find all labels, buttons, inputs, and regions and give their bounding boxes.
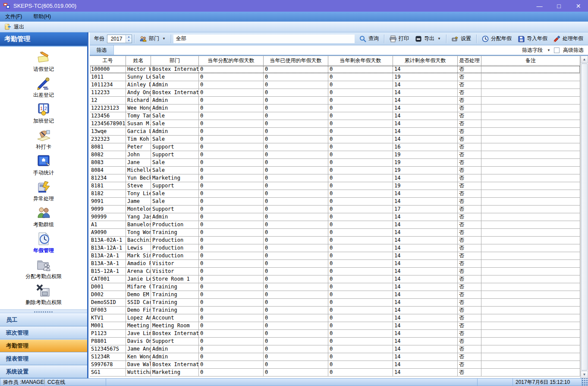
assign-leave-button[interactable]: 分配年假 — [479, 34, 515, 44]
table-row[interactable]: 123456789012Susan M. HeSale00014否 — [90, 120, 580, 128]
table-row[interactable]: M001Meeting RooMeeting Room00014否 — [90, 322, 580, 330]
table-row[interactable]: S1234RKen WongAdmin00014否 — [90, 353, 580, 361]
table-row[interactable]: D001Mifare CardTraining00014否 — [90, 283, 580, 291]
sidebar-item-label: 请假登记 — [33, 66, 54, 73]
spin-down-icon[interactable]: ▼ — [126, 39, 132, 43]
table-row[interactable]: P8801Davis OngSupport00014否 — [90, 338, 580, 345]
sidebar-item-leave-register[interactable]: 请假登记 — [33, 50, 54, 73]
column-header[interactable]: 当年分配的年假天数 — [199, 56, 264, 66]
table-row[interactable]: D002Demo EM CaTraining00014否 — [90, 291, 580, 299]
column-header[interactable]: 当年已使用的年假天数 — [264, 56, 328, 66]
table-row[interactable]: S1234567SJame AngAdmin00014否 — [90, 345, 580, 353]
scrollbar-thumb[interactable] — [581, 63, 588, 370]
table-row[interactable]: 1011Sunny LeeSale00019否 — [90, 73, 580, 81]
department-button[interactable]: 部门 ▼ — [137, 34, 169, 44]
minimize-button[interactable]: — — [530, 0, 549, 12]
process-leave-button[interactable]: 处理年假 — [550, 34, 586, 44]
column-header[interactable]: 部门 — [151, 56, 199, 66]
column-header[interactable]: 当年剩余年假天数 — [328, 56, 393, 66]
table-row[interactable]: 8182Tony Liew TSale00014否 — [90, 190, 580, 198]
menu-help[interactable]: 帮助(H) — [31, 12, 53, 21]
table-cell: John — [126, 151, 151, 159]
advanced-filter-label[interactable]: 高级筛选 — [563, 47, 584, 54]
table-row[interactable]: B13A-02A-1Bacchini MaProduction00014否 — [90, 237, 580, 244]
table-row[interactable]: 8083JaneSale00019否 — [90, 159, 580, 167]
menu-file[interactable]: 文件(F) — [3, 12, 24, 21]
nav-shift-management[interactable]: 班次管理 — [0, 326, 87, 339]
sidebar-item-punch-correction[interactable]: 补打卡 — [36, 128, 51, 151]
table-cell: 0 — [328, 128, 393, 136]
table-row[interactable]: DF003Demo FingerTraining00014否 — [90, 307, 580, 314]
table-row[interactable]: 12Richard LimAdmin00014否 — [90, 97, 580, 104]
column-header[interactable]: 姓名 — [126, 56, 151, 66]
table-row[interactable]: 1011234Ainley DaviAdmin00014否 — [90, 81, 580, 89]
table-row[interactable]: KTV1Lopez AngAccount00014否 — [90, 314, 580, 322]
sidebar-item-annual-leave[interactable]: 年假管理 — [33, 231, 54, 254]
maximize-button[interactable]: □ — [549, 0, 569, 12]
table-row[interactable]: 81234Yun BeckerMarketing00014否 — [90, 174, 580, 182]
year-spinner[interactable]: 2017 ▲▼ — [107, 35, 132, 43]
table-row[interactable]: CAT001Janie LeongStore Room 100014否 — [90, 275, 580, 283]
table-row[interactable]: 9091JameSale00014否 — [90, 198, 580, 206]
table-row[interactable]: 232323Tim KohSale00014否 — [90, 136, 580, 143]
column-header[interactable]: 备注 — [481, 56, 580, 66]
table-row[interactable]: 8181SteveSupport00019否 — [90, 182, 580, 190]
department-value-field[interactable]: 全部 — [173, 35, 355, 43]
table-row[interactable]: B15-12A-1Arena CarolVisitor00014否 — [90, 268, 580, 275]
table-row[interactable]: S997678Dave WalkeBostex International000… — [90, 361, 580, 369]
export-button[interactable]: 导出 ▼ — [412, 34, 444, 44]
table-row[interactable]: DemoSSIDSSID Card1Training00014否 — [90, 299, 580, 307]
scroll-down-icon[interactable]: ▼ — [581, 371, 588, 378]
table-row[interactable]: 8082JohnSupport00019否 — [90, 151, 580, 159]
sidebar-splitter[interactable] — [0, 310, 87, 313]
import-leave-button[interactable]: 导入年假 — [515, 34, 550, 44]
table-row[interactable]: 122123123Wee HongAdmin00014否 — [90, 104, 580, 112]
table-row[interactable]: P1123Jave LimBostex International00014否 — [90, 330, 580, 338]
filter-fields-dropdown[interactable]: 筛选字段 — [522, 47, 543, 54]
table-row[interactable]: 90999Yang JasonAdmin00014否 — [90, 213, 580, 221]
nav-employees[interactable]: 员工 — [0, 313, 87, 326]
nav-report-management[interactable]: 报表管理 — [0, 352, 87, 365]
table-cell: 否 — [458, 353, 481, 361]
column-header[interactable]: 工号 — [90, 56, 126, 66]
sidebar-item-trip-register[interactable]: 出差登记 — [33, 76, 54, 99]
resize-grip[interactable] — [582, 378, 588, 386]
table-cell: 8084 — [90, 167, 126, 174]
table-row[interactable]: 8081PeterSupport00016否 — [90, 143, 580, 151]
table-row[interactable]: 112233Andy OngBostex International00014否 — [90, 89, 580, 97]
vertical-scrollbar[interactable]: ▲ ▼ — [580, 56, 588, 378]
table-row[interactable]: 9099MontelongoSupport00017否 — [90, 206, 580, 213]
search-button[interactable]: 查询 — [356, 34, 382, 44]
table-cell — [481, 221, 580, 229]
table-row[interactable]: A9090Tong WongTraining00014否 — [90, 229, 580, 237]
sidebar-item-manual-statistics[interactable]: 手动统计 — [33, 154, 54, 177]
filter-tab[interactable]: 筛选 — [90, 45, 114, 55]
sidebar-item-exception-handling[interactable]: 异常处理 — [33, 180, 54, 202]
nav-system-settings[interactable]: 系统设置 — [0, 365, 87, 378]
table-row[interactable]: A1Banuelos SuProduction00014否 — [90, 221, 580, 229]
sidebar-item-label: 手动统计 — [33, 169, 54, 177]
table-row[interactable]: 8084MichelleSale00019否 — [90, 167, 580, 174]
sidebar-item-delete-point-permission[interactable]: 删除考勤点权限 — [25, 283, 62, 306]
table-row[interactable]: 100000Hector WongBostex International000… — [90, 66, 580, 73]
sidebar-item-label: 删除考勤点权限 — [25, 299, 62, 306]
print-button[interactable]: 打印 — [387, 34, 412, 44]
exit-button[interactable]: 退出 — [3, 22, 28, 32]
sidebar-item-overtime-register[interactable]: 12 加班登记 — [33, 102, 54, 125]
column-header[interactable]: 是否处理 — [458, 56, 481, 66]
table-row[interactable]: B13A-2A-1Mark SingProduction00014否 — [90, 252, 580, 260]
scroll-up-icon[interactable]: ▲ — [581, 56, 588, 63]
advanced-filter-checkbox[interactable] — [554, 47, 560, 53]
sidebar-item-assign-point-permission[interactable]: 分配考勤点权限 — [25, 257, 62, 280]
spin-up-icon[interactable]: ▲ — [126, 35, 132, 39]
table-row[interactable]: SG1WuttichaiMarketing00014否 — [90, 369, 580, 377]
close-button[interactable]: ✕ — [569, 0, 588, 12]
settings-button[interactable]: 设置 — [449, 34, 474, 44]
table-row[interactable]: B13A-3A-1Amadio PaulVisitor00014否 — [90, 260, 580, 268]
table-row[interactable]: 123456Tomy TanSale00014否 — [90, 112, 580, 120]
table-row[interactable]: 13wqeGarcia LimAdmin00014否 — [90, 128, 580, 136]
nav-attendance-management[interactable]: 考勤管理 — [0, 339, 87, 352]
sidebar-item-attendance-groups[interactable]: 考勤群组 — [33, 206, 54, 228]
column-header[interactable]: 累计剩余年假天数 — [393, 56, 458, 66]
table-row[interactable]: B13A-12A-1LewisProduction00014否 — [90, 244, 580, 252]
